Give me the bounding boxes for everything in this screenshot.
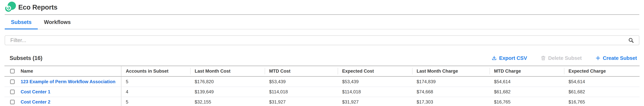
tab-workflows[interactable]: Workflows <box>38 15 77 29</box>
header-cell-expected-cost: Expected Cost <box>338 66 412 76</box>
header-cell-mtd-cost: MTD Cost <box>265 66 338 76</box>
subset-link[interactable]: Cost Center 1 <box>21 89 50 95</box>
create-subset-label: Create Subset <box>603 55 637 61</box>
expected-cost-cell: $53,439 <box>338 77 412 87</box>
subsets-table: Name Accounts in Subset Last Month Cost … <box>4 66 640 106</box>
plus-icon <box>595 55 601 61</box>
app-header: Eco Reports <box>0 0 644 14</box>
subset-link[interactable]: 123 Example of Perm Workflow Association <box>21 79 116 84</box>
mtd-charge-cell: $54,614 <box>490 77 564 87</box>
section-heading: Subsets (16) <box>10 55 42 61</box>
expected-charge-cell: $61,682 <box>564 87 640 97</box>
trash-icon <box>540 55 546 61</box>
expected-charge-cell: $54,614 <box>564 77 640 87</box>
section-header-row: Subsets (16) Export CSV Delete Subset Cr… <box>4 55 640 62</box>
download-icon <box>492 55 497 61</box>
name-cell: Cost Center 1 <box>4 87 121 97</box>
last-month-cost-cell: $139,649 <box>190 87 265 97</box>
mtd-charge-cell: $61,682 <box>490 87 564 97</box>
export-csv-button[interactable]: Export CSV <box>492 55 527 61</box>
table-body: 123 Example of Perm Workflow Association… <box>4 77 640 106</box>
page-title: Eco Reports <box>18 3 57 11</box>
create-subset-button[interactable]: Create Subset <box>595 55 637 61</box>
tab-workflows-label: Workflows <box>44 19 71 25</box>
subset-link[interactable]: Cost Center 2 <box>21 99 50 105</box>
mtd-charge-cell: $16,765 <box>490 97 564 106</box>
toolbar: Export CSV Delete Subset Create Subset <box>492 55 637 61</box>
header-cell-name: Name <box>4 66 121 76</box>
delete-subset-label: Delete Subset <box>548 55 582 61</box>
column-label: Name <box>21 69 33 74</box>
mtd-cost-cell: $31,927 <box>265 97 338 106</box>
mtd-cost-cell: $114,018 <box>265 87 338 97</box>
delete-subset-button[interactable]: Delete Subset <box>540 55 582 61</box>
expected-cost-cell: $114,018 <box>338 87 412 97</box>
filter-input[interactable] <box>5 35 639 45</box>
tab-bar: Subsets Workflows <box>5 15 639 29</box>
name-cell: 123 Example of Perm Workflow Association <box>4 77 121 87</box>
export-csv-label: Export CSV <box>499 55 527 61</box>
tab-subsets[interactable]: Subsets <box>5 15 38 29</box>
tab-track-line <box>5 29 639 29</box>
header-cell-last-month-cost: Last Month Cost <box>190 66 265 76</box>
row-checkbox[interactable] <box>10 90 15 94</box>
header-cell-expected-charge: Expected Charge <box>564 66 640 76</box>
header-cell-last-month-charge: Last Month Charge <box>412 66 490 76</box>
tab-subsets-label: Subsets <box>11 19 32 25</box>
eco-logo-icon <box>4 1 16 13</box>
last-month-charge-cell: $74,668 <box>412 87 490 97</box>
table-row: 123 Example of Perm Workflow Association… <box>4 77 640 87</box>
expected-charge-cell: $16,765 <box>564 97 640 106</box>
accounts-cell: 5 <box>121 77 190 87</box>
table-row: Cost Center 1 4 $139,649 $114,018 $114,0… <box>4 87 640 97</box>
row-checkbox[interactable] <box>10 79 15 84</box>
mtd-cost-cell: $53,439 <box>265 77 338 87</box>
table-header: Name Accounts in Subset Last Month Cost … <box>4 66 640 77</box>
last-month-charge-cell: $174,839 <box>412 77 490 87</box>
select-all-checkbox[interactable] <box>10 69 15 74</box>
last-month-charge-cell: $17,303 <box>412 97 490 106</box>
expected-cost-cell: $31,927 <box>338 97 412 106</box>
name-cell: Cost Center 2 <box>4 97 121 106</box>
accounts-cell: 4 <box>121 87 190 97</box>
row-checkbox[interactable] <box>10 100 15 105</box>
filter-container <box>5 35 639 45</box>
accounts-cell: 5 <box>121 97 190 106</box>
header-cell-accounts: Accounts in Subset <box>121 66 190 76</box>
table-row: Cost Center 2 5 $32,155 $31,927 $31,927 … <box>4 97 640 106</box>
last-month-cost-cell: $32,155 <box>190 97 265 106</box>
last-month-cost-cell: $176,820 <box>190 77 265 87</box>
header-cell-mtd-charge: MTD Charge <box>490 66 564 76</box>
search-icon <box>628 37 634 43</box>
